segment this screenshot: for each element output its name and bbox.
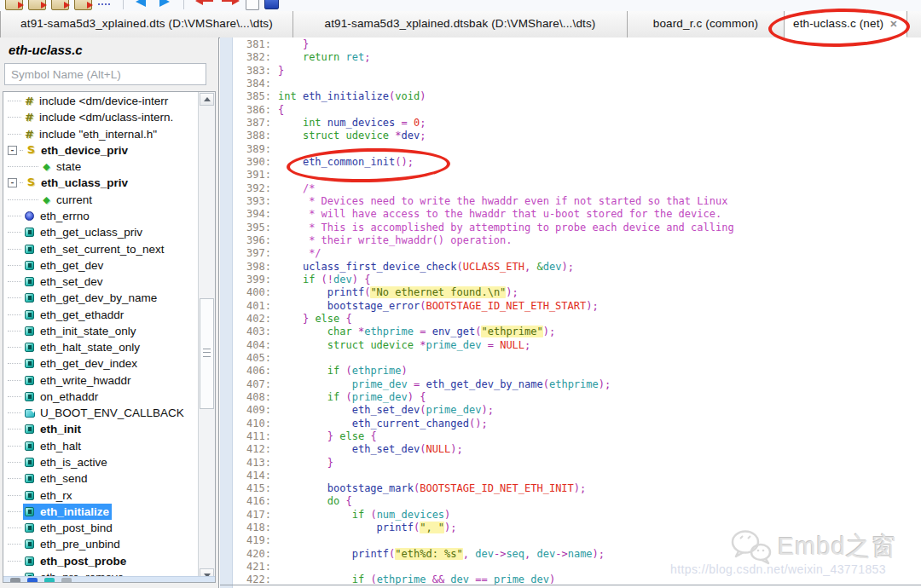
code-line-406[interactable]: 406: if (ethprime)	[232, 365, 921, 378]
jump-previous-icon[interactable]	[194, 0, 215, 9]
tab-3[interactable]: board_r.c (common)	[628, 11, 785, 37]
code-line-399[interactable]: 399: if (!dev) {	[232, 274, 921, 286]
symbol-eth_halt[interactable]: eth_halt	[4, 438, 198, 454]
code-line-394[interactable]: 394: * will have access to the hwaddr th…	[232, 208, 921, 221]
symbol-eth_device_priv[interactable]: -Seth_device_priv	[4, 142, 198, 159]
send-doc-icon[interactable]	[51, 0, 69, 10]
code-line-407[interactable]: 407: prime_dev = eth_get_dev_by_name(eth…	[232, 378, 921, 391]
code-editor[interactable]: 381: }382: return ret;383:}384:385:int e…	[220, 37, 921, 588]
code-line-418[interactable]: 418: printf(", ");	[232, 522, 921, 534]
tab-4-active[interactable]: eth-uclass.c (net)✕	[785, 11, 907, 37]
code-line-389[interactable]: 389:	[232, 143, 921, 156]
import-doc-icon[interactable]	[28, 0, 46, 10]
symbol-state[interactable]: ◆state	[4, 159, 198, 175]
code-line-397[interactable]: 397: */	[232, 247, 921, 260]
code-line-411[interactable]: 411: } else {	[232, 430, 921, 443]
code-line-419[interactable]: 419:	[232, 534, 921, 547]
filter-blue-icon[interactable]	[27, 578, 38, 582]
symbol-search-input[interactable]	[4, 63, 206, 85]
symbol-u_boot_env_callback[interactable]: U_BOOT_ENV_CALLBACK	[4, 405, 198, 421]
code-line-387[interactable]: 387: int num_devices = 0;	[232, 117, 921, 130]
symbol-eth_errno[interactable]: eth_errno	[4, 208, 198, 224]
code-line-395[interactable]: 395: * This is accomplished by attemptin…	[232, 222, 921, 234]
symbol-current[interactable]: ◆current	[4, 192, 198, 208]
code-line-401[interactable]: 401: bootstage_error(BOOTSTAGE_ID_NET_ET…	[232, 300, 921, 313]
code-line-385[interactable]: 385:int eth_initialize(void)	[232, 90, 921, 103]
bookmark-icon[interactable]	[264, 0, 279, 9]
symbol-eth_get_ethaddr[interactable]: eth_get_ethaddr	[4, 306, 198, 322]
selection-margin[interactable]	[220, 37, 233, 588]
symbol-eth_post_bind[interactable]: eth_post_bind	[4, 520, 198, 536]
code-line-421[interactable]: 421:	[232, 561, 921, 574]
code-line-382[interactable]: 382: return ret;	[232, 51, 921, 64]
code-line-388[interactable]: 388: struct udevice *dev;	[232, 130, 921, 142]
navigate-back-icon[interactable]	[134, 0, 151, 9]
symbol-eth_initialize[interactable]: eth_initialize	[4, 504, 198, 520]
collapse-icon[interactable]: -	[8, 178, 17, 187]
code-line-409[interactable]: 409: eth_set_dev(prime_dev);	[232, 404, 921, 417]
symbol-include-dm-device-interr[interactable]: #include <dm/device-interr	[4, 93, 198, 109]
code-line-413[interactable]: 413: }	[232, 457, 921, 470]
symbol-eth_set_dev[interactable]: eth_set_dev	[4, 274, 198, 290]
tab-5[interactable]: ma	[907, 11, 921, 37]
code-line-414[interactable]: 414:	[232, 470, 921, 482]
export-doc-icon[interactable]	[5, 0, 23, 10]
settings-icon[interactable]	[61, 578, 72, 582]
symbol-on_ethaddr[interactable]: on_ethaddr	[4, 389, 198, 405]
tree-scrollbar[interactable]	[198, 92, 215, 582]
symbol-eth_get_dev[interactable]: eth_get_dev	[4, 257, 198, 274]
code-line-384[interactable]: 384:	[232, 78, 921, 90]
code-line-383[interactable]: 383:}	[232, 65, 921, 78]
code-line-390[interactable]: 390: eth_common_init();	[232, 156, 921, 169]
code-line-393[interactable]: 393: * Devices need to write the hwaddr …	[232, 195, 921, 208]
code-line-404[interactable]: 404: struct udevice *prime_dev = NULL;	[232, 339, 921, 352]
symbol-eth_init_state_only[interactable]: eth_init_state_only	[4, 323, 198, 339]
symbol-eth_pre_unbind[interactable]: eth_pre_unbind	[4, 536, 198, 552]
symbol-eth_get_dev_by_name[interactable]: eth_get_dev_by_name	[4, 290, 198, 306]
symbol-eth_set_current_to_next[interactable]: eth_set_current_to_next	[4, 240, 198, 257]
collapse-icon[interactable]: -	[8, 146, 17, 155]
code-line-416[interactable]: 416: do {	[232, 495, 921, 508]
code-line-403[interactable]: 403: char *ethprime = env_get("ethprime"…	[232, 326, 921, 338]
tab-close-icon[interactable]: ✕	[889, 11, 897, 37]
code-line-392[interactable]: 392: /*	[232, 182, 921, 195]
tab-2[interactable]: at91-sama5d3_xplained.dtsbak (D:\VMShare…	[293, 11, 628, 37]
code-line-396[interactable]: 396: * their write_hwaddr() operation.	[232, 234, 921, 247]
navigate-forward-icon[interactable]	[156, 0, 173, 9]
symbol-eth_rx[interactable]: eth_rx	[4, 487, 198, 503]
more-commands-icon[interactable]	[97, 0, 113, 8]
symbol-eth_get_dev_index[interactable]: eth_get_dev_index	[4, 355, 198, 372]
code-line-420[interactable]: 420: printf("eth%d: %s", dev->seq, dev->…	[232, 548, 921, 561]
symbol-eth_uclass_priv[interactable]: -Seth_uclass_priv	[4, 175, 198, 191]
jump-next-icon[interactable]	[220, 0, 240, 9]
symbol-eth_send[interactable]: eth_send	[4, 470, 198, 487]
new-file-icon[interactable]	[246, 0, 259, 10]
code-line-408[interactable]: 408: if (prime_dev) {	[232, 391, 921, 404]
symbol-eth_write_hwaddr[interactable]: eth_write_hwaddr	[4, 372, 198, 389]
symbol-eth_get_uclass_priv[interactable]: eth_get_uclass_priv	[4, 224, 198, 240]
symbol-eth_halt_state_only[interactable]: eth_halt_state_only	[4, 339, 198, 355]
code-line-415[interactable]: 415: bootstage_mark(BOOTSTAGE_ID_NET_ETH…	[232, 482, 921, 495]
symbol-window-button[interactable]	[10, 578, 20, 582]
scroll-up-icon[interactable]	[200, 93, 214, 106]
code-line-391[interactable]: 391:	[232, 169, 921, 182]
code-line-398[interactable]: 398: uclass_first_device_check(UCLASS_ET…	[232, 261, 921, 274]
symbol-include-eth_internal-h-[interactable]: #include "eth_internal.h"	[4, 126, 198, 142]
symbol-eth_init[interactable]: eth_init	[4, 421, 198, 437]
filter-teal-icon[interactable]	[44, 578, 55, 582]
code-line-412[interactable]: 412: eth_set_dev(NULL);	[232, 443, 921, 456]
code-line-386[interactable]: 386:{	[232, 104, 921, 117]
symbol-eth_is_active[interactable]: eth_is_active	[4, 454, 198, 470]
code-line-381[interactable]: 381: }	[232, 38, 921, 51]
symbol-include-dm-uclass-intern-[interactable]: #include <dm/uclass-intern.	[4, 109, 198, 125]
line-number: 400:	[232, 286, 271, 299]
scrollbar-thumb[interactable]	[200, 298, 214, 409]
code-line-400[interactable]: 400: printf("No ethernet found.\n");	[232, 286, 921, 299]
save-doc-icon[interactable]	[74, 0, 92, 10]
code-line-417[interactable]: 417: if (num_devices)	[232, 509, 921, 522]
symbol-eth_post_probe[interactable]: eth_post_probe	[4, 552, 198, 568]
code-line-405[interactable]: 405:	[232, 352, 921, 365]
tab-1[interactable]: at91-sama5d3_xplained.dts (D:\VMShare\..…	[0, 11, 293, 37]
code-line-402[interactable]: 402: } else {	[232, 313, 921, 326]
code-line-410[interactable]: 410: eth_current_changed();	[232, 418, 921, 430]
